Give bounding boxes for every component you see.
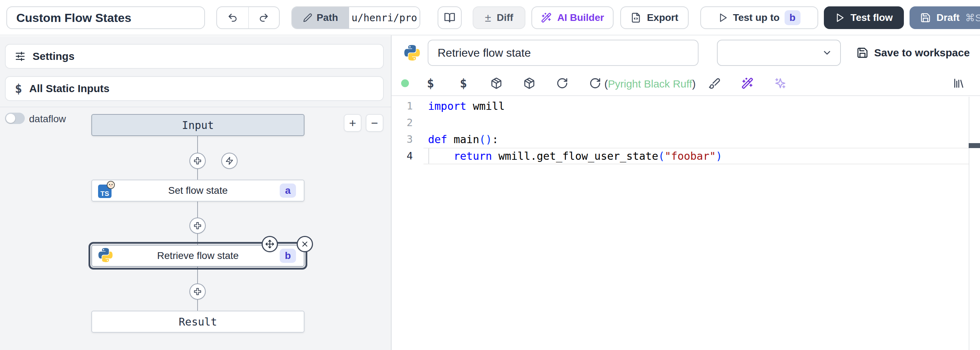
ai-fix-button[interactable] bbox=[741, 77, 754, 89]
chevron-down-icon bbox=[822, 48, 832, 58]
node-label: Result bbox=[179, 316, 217, 328]
dollar-icon: $ bbox=[427, 76, 434, 90]
add-step-button[interactable] bbox=[189, 217, 206, 234]
sliders-icon bbox=[15, 51, 25, 62]
save-icon bbox=[920, 13, 931, 23]
package-icon bbox=[523, 77, 535, 89]
add-trigger-button[interactable] bbox=[221, 153, 237, 169]
move-step-button[interactable] bbox=[262, 236, 278, 252]
paren-open: ( bbox=[605, 78, 608, 89]
zoom-in-button[interactable]: + bbox=[344, 114, 361, 132]
package-icon bbox=[490, 77, 503, 89]
test-up-to-button[interactable]: Test up to b bbox=[700, 6, 818, 29]
delete-step-button[interactable] bbox=[297, 236, 313, 252]
flow-node-result[interactable]: Result bbox=[91, 311, 304, 332]
play-icon bbox=[718, 13, 728, 23]
package-button[interactable] bbox=[490, 77, 503, 89]
save-to-workspace-label: Save to workspace bbox=[874, 47, 970, 59]
brush-icon bbox=[708, 77, 721, 89]
reset-button[interactable] bbox=[589, 77, 601, 89]
toggle-knob bbox=[6, 114, 15, 123]
python-icon bbox=[99, 248, 113, 264]
typescript-bun-icon: TS bbox=[97, 181, 115, 200]
plus-minus-icon: ± bbox=[485, 11, 491, 24]
plus-cross-icon bbox=[193, 157, 202, 165]
svg-text:TS: TS bbox=[100, 190, 109, 197]
resource-button[interactable]: $ bbox=[457, 77, 470, 89]
step-id-badge: b bbox=[280, 249, 296, 263]
undo-icon bbox=[227, 13, 238, 23]
step-name-input[interactable] bbox=[428, 40, 698, 66]
refresh-icon bbox=[556, 77, 568, 89]
pencil-icon bbox=[303, 13, 312, 22]
wand-sparkles-icon bbox=[741, 77, 753, 89]
diff-label: Diff bbox=[497, 12, 513, 23]
all-static-inputs-button[interactable]: $ All Static Inputs bbox=[5, 76, 384, 101]
flow-title-input[interactable] bbox=[6, 6, 205, 29]
plus-cross-icon bbox=[193, 287, 202, 296]
redo-icon bbox=[258, 13, 269, 23]
save-icon bbox=[856, 47, 869, 59]
paren-close: ) bbox=[692, 78, 696, 89]
ai-builder-button[interactable]: AI Builder bbox=[531, 6, 614, 29]
all-static-inputs-label: All Static Inputs bbox=[29, 83, 110, 94]
step-id-badge: b bbox=[784, 10, 800, 25]
undo-button[interactable] bbox=[217, 7, 248, 28]
overview-ruler[interactable] bbox=[969, 97, 969, 350]
dollar-icon: $ bbox=[460, 76, 467, 90]
variable-button[interactable]: $ bbox=[424, 77, 437, 89]
docs-button[interactable] bbox=[438, 6, 462, 29]
draft-save-button[interactable]: Draft ⌘S bbox=[910, 6, 980, 29]
add-step-button[interactable] bbox=[189, 153, 206, 169]
dataflow-label: dataflow bbox=[29, 113, 66, 125]
python-icon bbox=[404, 45, 420, 62]
wand-sparkles-icon bbox=[541, 13, 552, 23]
top-toolbar: Path u/henri/pro ± Diff AI Builder Expor… bbox=[0, 0, 980, 35]
plus-icon: + bbox=[349, 116, 356, 130]
settings-label: Settings bbox=[33, 50, 74, 62]
test-flow-button[interactable]: Test flow bbox=[824, 6, 904, 29]
node-label: Set flow state bbox=[168, 185, 228, 196]
format-button[interactable] bbox=[708, 77, 721, 89]
settings-button[interactable]: Settings bbox=[5, 44, 384, 69]
close-icon bbox=[301, 240, 309, 248]
test-flow-label: Test flow bbox=[850, 12, 892, 23]
test-up-to-label: Test up to bbox=[733, 12, 780, 23]
overview-cursor-marker bbox=[969, 143, 980, 148]
status-dot bbox=[401, 79, 409, 87]
zap-icon bbox=[225, 157, 234, 165]
reload-button[interactable] bbox=[556, 77, 569, 89]
code-lines[interactable]: import wmilldef main(): return wmill.get… bbox=[428, 98, 722, 165]
node-label: Retrieve flow state bbox=[157, 250, 239, 261]
dataflow-toggle[interactable] bbox=[5, 113, 25, 124]
node-label: Input bbox=[182, 119, 214, 131]
step-id-badge: a bbox=[280, 184, 296, 198]
redo-button[interactable] bbox=[248, 7, 279, 28]
package-button[interactable] bbox=[523, 77, 536, 89]
book-open-icon bbox=[444, 12, 455, 23]
windmill-flow-editor: Path u/henri/pro ± Diff AI Builder Expor… bbox=[0, 0, 980, 350]
ai-builder-label: AI Builder bbox=[557, 12, 604, 23]
file-code-icon bbox=[630, 13, 641, 23]
draft-shortcut: ⌘S bbox=[965, 12, 980, 24]
move-icon bbox=[265, 240, 274, 249]
save-to-workspace-button[interactable]: Save to workspace bbox=[856, 40, 970, 66]
worker-group-select[interactable] bbox=[717, 40, 841, 66]
flow-node-input[interactable]: Input bbox=[91, 114, 304, 136]
sidebar-separator bbox=[0, 107, 391, 107]
sparkles-icon bbox=[774, 77, 786, 89]
path-button[interactable]: Path u/henri/pro bbox=[291, 6, 420, 29]
zoom-out-button[interactable]: − bbox=[366, 114, 383, 132]
draft-label: Draft bbox=[937, 12, 959, 23]
path-value: u/henri/pro bbox=[349, 7, 420, 28]
library-button[interactable] bbox=[952, 77, 965, 89]
flow-node-set-flow-state[interactable]: TS Set flow state a bbox=[91, 180, 304, 201]
diff-button[interactable]: ± Diff bbox=[473, 6, 525, 29]
add-step-button[interactable] bbox=[189, 283, 206, 300]
refresh-icon bbox=[589, 77, 601, 89]
library-icon bbox=[953, 77, 965, 89]
export-button[interactable]: Export bbox=[620, 6, 689, 29]
flow-sidebar: Settings $ All Static Inputs dataflow In… bbox=[0, 36, 391, 350]
gutter: 1234 bbox=[391, 98, 413, 165]
ai-gen-button[interactable] bbox=[774, 77, 787, 89]
